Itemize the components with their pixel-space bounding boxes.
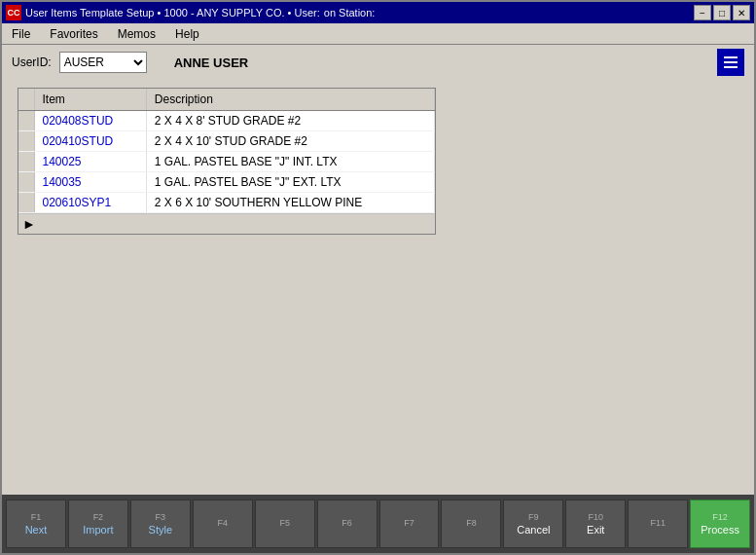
table-row[interactable]: 020408STUD 2 X 4 X 8' STUD GRADE #2	[18, 111, 435, 131]
toolbar: UserID: AUSER BUSER CUSER ANNE USER	[2, 45, 754, 80]
main-window: CC User Items Template Setup • 1000 - AN…	[0, 0, 756, 555]
window-title: User Items Template Setup • 1000 - ANY S…	[25, 7, 320, 18]
menu-help[interactable]: Help	[169, 25, 205, 43]
fkey-key-label: F7	[404, 518, 414, 528]
fkey-f11-button[interactable]: F11	[628, 500, 688, 548]
fkey-action-label: Process	[701, 524, 739, 536]
fkey-f7-button[interactable]: F7	[379, 500, 440, 548]
list-view-icon[interactable]	[717, 49, 744, 76]
item-code: 020410STUD	[34, 131, 146, 152]
user-name-display: ANNE USER	[174, 56, 249, 70]
fkey-f3-button[interactable]: F3 Style	[130, 500, 191, 548]
footer-fkeys: F1 Next F2 Import F3 Style F4 F5 F6 F7 F…	[2, 495, 754, 553]
close-button[interactable]: ✕	[733, 5, 750, 20]
menu-bar: File Favorites Memos Help	[2, 23, 754, 45]
fkey-f4-button[interactable]: F4	[193, 500, 253, 548]
fkey-f2-button[interactable]: F2 Import	[68, 500, 128, 548]
item-description: 2 X 6 X 10' SOUTHERN YELLOW PINE	[146, 193, 434, 213]
fkey-f6-button[interactable]: F6	[317, 500, 378, 548]
fkey-action-label: Style	[149, 524, 172, 536]
item-code: 140025	[34, 152, 146, 172]
maximize-button[interactable]: □	[713, 5, 731, 20]
title-bar: CC User Items Template Setup • 1000 - AN…	[2, 2, 754, 23]
col-item: Item	[34, 89, 146, 111]
fkey-key-label: F12	[712, 512, 728, 522]
userid-select-container: AUSER BUSER CUSER	[59, 52, 147, 73]
fkey-action-label: Cancel	[517, 524, 550, 536]
fkey-f8-button[interactable]: F8	[441, 500, 501, 548]
item-description: 2 X 4 X 10' STUD GRADE #2	[146, 131, 434, 152]
title-bar-left: CC User Items Template Setup • 1000 - AN…	[6, 5, 375, 20]
items-table: Item Description 020408STUD 2 X 4 X 8' S…	[18, 89, 435, 213]
fkey-key-label: F9	[528, 512, 539, 522]
fkey-f12-button[interactable]: F12 Process	[690, 500, 750, 548]
menu-file[interactable]: File	[6, 25, 36, 43]
svg-rect-1	[724, 61, 738, 63]
fkey-f1-button[interactable]: F1 Next	[6, 500, 66, 548]
item-description: 1 GAL. PASTEL BASE "J" INT. LTX	[146, 152, 434, 172]
title-bar-controls: − □ ✕	[694, 5, 750, 20]
fkey-f5-button[interactable]: F5	[255, 500, 315, 548]
fkey-key-label: F5	[279, 518, 290, 528]
main-content: Item Description 020408STUD 2 X 4 X 8' S…	[2, 80, 754, 495]
fkey-f10-button[interactable]: F10 Exit	[565, 500, 626, 548]
fkey-key-label: F6	[342, 518, 352, 528]
item-code: 140035	[34, 172, 146, 193]
svg-rect-2	[724, 66, 738, 68]
fkey-key-label: F3	[156, 512, 166, 522]
menu-memos[interactable]: Memos	[112, 25, 162, 43]
svg-rect-0	[724, 56, 738, 58]
table-row[interactable]: 140035 1 GAL. PASTEL BASE "J" EXT. LTX	[18, 172, 435, 193]
col-description: Description	[146, 89, 434, 111]
item-description: 1 GAL. PASTEL BASE "J" EXT. LTX	[146, 172, 434, 193]
item-description: 2 X 4 X 8' STUD GRADE #2	[146, 111, 434, 131]
table-row[interactable]: 020610SYP1 2 X 6 X 10' SOUTHERN YELLOW P…	[18, 193, 435, 213]
minimize-button[interactable]: −	[694, 5, 711, 20]
fkey-key-label: F2	[93, 512, 104, 522]
userid-label: UserID:	[12, 56, 52, 69]
userid-dropdown[interactable]: AUSER BUSER CUSER	[59, 52, 147, 73]
fkey-key-label: F10	[589, 512, 604, 522]
menu-favorites[interactable]: Favorites	[44, 25, 103, 43]
fkey-key-label: F11	[650, 518, 666, 528]
fkey-f9-button[interactable]: F9 Cancel	[503, 500, 563, 548]
item-code: 020610SYP1	[34, 193, 146, 213]
table-row[interactable]: 140025 1 GAL. PASTEL BASE "J" INT. LTX	[18, 152, 435, 172]
app-icon: CC	[6, 5, 21, 20]
station-label: on Station:	[324, 7, 376, 18]
fkey-key-label: F1	[31, 512, 42, 522]
fkey-action-label: Import	[83, 524, 113, 536]
fkey-key-label: F4	[217, 518, 228, 528]
fkey-action-label: Next	[25, 524, 48, 536]
fkey-key-label: F8	[466, 518, 477, 528]
items-table-container: Item Description 020408STUD 2 X 4 X 8' S…	[18, 88, 436, 235]
table-row[interactable]: 020410STUD 2 X 4 X 10' STUD GRADE #2	[18, 131, 435, 152]
item-code: 020408STUD	[34, 111, 146, 131]
fkey-action-label: Exit	[587, 524, 604, 536]
